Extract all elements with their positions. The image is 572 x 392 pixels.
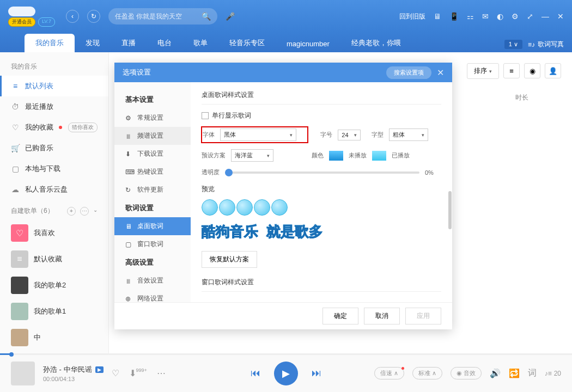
tab-magic[interactable]: magicnumber (276, 35, 340, 52)
modal-sidebar: 基本设置 ⚙常规设置 ⫼频谱设置 ⬇下载设置 ⌨热键设置 ↻软件更新 歌词设置 … (114, 82, 191, 302)
opacity-slider[interactable] (225, 171, 419, 174)
volume-icon[interactable]: 🔊 (490, 368, 501, 378)
modal-item-spectrum[interactable]: ⫼频谱设置 (114, 127, 191, 145)
next-button[interactable]: ⏭ (312, 367, 321, 379)
style-select[interactable]: 粗体▾ (389, 128, 428, 141)
sidebar-item-favorites[interactable]: ♡我的收藏猜你喜欢 (0, 117, 108, 138)
play-button[interactable]: ▶ (274, 362, 298, 385)
tab-lightmusic[interactable]: 轻音乐专区 (218, 34, 276, 52)
logo-area: 开通会员 LV.7 (8, 7, 55, 27)
modal-item-window-lyric[interactable]: ▢窗口歌词 (114, 235, 191, 253)
more-icon[interactable]: ⋯ (157, 368, 166, 378)
modal-close-icon[interactable]: ✕ (437, 68, 444, 78)
cancel-button[interactable]: 取消 (364, 308, 400, 324)
playlist-item-like[interactable]: ♡我喜欢 (0, 220, 108, 246)
modal-section-lyric: 歌词设置 (114, 199, 191, 217)
download-song-icon[interactable]: ⬇999+ (129, 368, 147, 378)
view-user-icon[interactable]: 👤 (545, 63, 561, 78)
scrollbar-thumb[interactable] (448, 191, 452, 229)
modal-item-update[interactable]: ↻软件更新 (114, 181, 191, 199)
search-box[interactable]: 🔍 (108, 8, 217, 24)
tab-discover[interactable]: 发现 (75, 34, 111, 52)
more-playlist-icon[interactable]: ⋯ (80, 207, 89, 216)
quality-button[interactable]: 标准∧ (412, 367, 442, 379)
sidebar-item-default-list[interactable]: ≡默认列表 (0, 76, 108, 96)
playlist-item-1[interactable]: 我的歌单1 (0, 298, 108, 324)
view-disc-icon[interactable]: ◉ (524, 63, 540, 78)
nav-refresh-icon[interactable]: ↻ (87, 10, 100, 23)
modal-item-network[interactable]: ⊕网络设置 (114, 290, 191, 302)
modal-item-desktop-lyric[interactable]: 🖥桌面歌词 (114, 217, 191, 235)
preset-select[interactable]: 海洋蓝▾ (231, 149, 273, 162)
speed-button[interactable]: 倍速∧ (374, 367, 404, 379)
apply-button[interactable]: 应用 (405, 308, 441, 324)
tab-counter[interactable]: 1 ∨ (504, 40, 522, 49)
minimize-icon[interactable]: — (541, 12, 549, 21)
playlist-item-cn[interactable]: 中 (0, 324, 108, 351)
tab-my-music[interactable]: 我的音乐 (25, 34, 75, 52)
ok-button[interactable]: 确定 (322, 308, 358, 324)
restore-default-button[interactable]: 恢复默认方案 (202, 251, 257, 268)
theme-icon[interactable]: ◐ (497, 12, 503, 21)
font-select[interactable]: 黑体▾ (220, 128, 296, 141)
tab-classic[interactable]: 经典老歌，你喂 (340, 34, 412, 52)
sidebar-item-recent[interactable]: ⏱最近播放 (0, 96, 108, 117)
mv-badge[interactable]: ▶ (95, 366, 104, 373)
monitor-icon[interactable]: 🖥 (434, 12, 441, 21)
clock-icon: ⏱ (11, 102, 20, 111)
playlist-item-2[interactable]: 我的歌单2 (0, 272, 108, 298)
modal-item-general[interactable]: ⚙常规设置 (114, 109, 191, 127)
color-not-played[interactable] (329, 151, 343, 161)
preview-label: 预览 (202, 185, 441, 194)
settings-icon[interactable]: ⚙ (512, 12, 519, 21)
album-art[interactable] (11, 362, 35, 385)
prev-button[interactable]: ⏮ (251, 367, 260, 379)
queue-button[interactable]: ♪≡20 (545, 370, 561, 377)
keyboard-icon: ⌨ (125, 168, 133, 176)
sidebar: 我的音乐 ≡默认列表 ⏱最近播放 ♡我的收藏猜你喜欢 🛒已购音乐 ▢本地与下载 … (0, 52, 109, 354)
level-badge: LV.7 (38, 17, 55, 27)
mic-icon[interactable]: 🎤 (226, 12, 235, 21)
modal-item-hotkey[interactable]: ⌨热键设置 (114, 163, 191, 181)
checkbox-icon[interactable] (202, 112, 209, 119)
playlist-thumb (11, 329, 28, 346)
add-playlist-icon[interactable]: + (67, 207, 76, 216)
tab-lyric-photo[interactable]: ≡♪歌词写真 (528, 40, 564, 49)
grid-icon[interactable]: ⚏ (467, 12, 474, 21)
sidebar-item-cloud[interactable]: ☁私人音乐云盘 (0, 179, 108, 200)
single-line-checkbox[interactable]: 单行显示歌词 (202, 111, 441, 120)
view-list-icon[interactable]: ≡ (503, 63, 520, 78)
modal-item-soundfx[interactable]: ⫼音效设置 (114, 272, 191, 290)
repeat-icon[interactable]: 🔁 (509, 368, 520, 378)
back-old-version[interactable]: 回到旧版 (399, 12, 425, 21)
sidebar-item-purchased[interactable]: 🛒已购音乐 (0, 138, 108, 158)
sidebar-item-local[interactable]: ▢本地与下载 (0, 158, 108, 179)
close-icon[interactable]: ✕ (557, 12, 564, 21)
tab-live[interactable]: 直播 (111, 34, 147, 52)
vip-badge[interactable]: 开通会员 (8, 17, 35, 27)
search-input[interactable] (115, 13, 202, 20)
sound-effect-button[interactable]: ◉音效 (451, 367, 482, 379)
modal-item-download[interactable]: ⬇下载设置 (114, 145, 191, 163)
nav-back-icon[interactable]: ‹ (66, 10, 79, 23)
mini-icon[interactable]: ⤢ (527, 12, 533, 21)
size-label: 字号 (320, 131, 332, 139)
modal-search-input[interactable]: 搜索设置项 (386, 66, 431, 79)
search-icon[interactable]: 🔍 (202, 12, 211, 21)
lyric-icon[interactable]: 词 (528, 367, 537, 379)
slider-thumb[interactable] (225, 169, 233, 176)
guess-you-like[interactable]: 猜你喜欢 (68, 122, 98, 132)
phone-icon[interactable]: 📱 (449, 12, 459, 21)
mail-icon[interactable]: ✉ (482, 12, 489, 21)
main-tabs: 我的音乐 发现 直播 电台 歌单 轻音乐专区 magicnumber 经典老歌，… (0, 33, 572, 52)
playlist-item-default-fav[interactable]: ≡默认收藏 (0, 246, 108, 272)
sort-button[interactable]: 排序▾ (467, 63, 499, 79)
progress-bar[interactable] (0, 353, 572, 355)
tab-playlist[interactable]: 歌单 (182, 34, 218, 52)
like-icon[interactable]: ♡ (112, 368, 119, 378)
color-played[interactable] (372, 151, 386, 161)
tab-radio[interactable]: 电台 (147, 34, 182, 52)
refresh-icon: ↻ (125, 186, 133, 194)
chevron-down-icon[interactable]: ⌄ (93, 207, 98, 216)
size-select[interactable]: 24▾ (338, 130, 361, 140)
